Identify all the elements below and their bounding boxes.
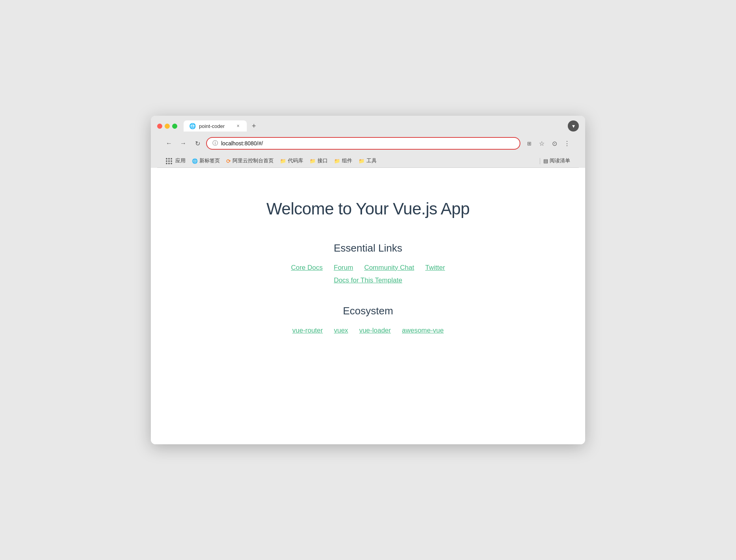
newtab-bookmark[interactable]: 🌐 新标签页: [190, 157, 222, 165]
bookmark-star-button[interactable]: ☆: [536, 138, 547, 149]
forward-icon: →: [180, 140, 186, 147]
apps-grid-icon: [166, 158, 172, 164]
info-icon: ⓘ: [212, 140, 218, 147]
apps-label: 应用: [175, 158, 186, 164]
vue-router-link[interactable]: vue-router: [292, 327, 323, 334]
more-menu-button[interactable]: ⋮: [561, 138, 573, 149]
title-bar: 🌐 point-coder × + ▾ ← → ↻ ⓘ: [151, 116, 585, 168]
ecosystem-section: Ecosystem vue-router vuex vue-loader awe…: [292, 305, 444, 339]
translate-icon: ⊞: [527, 141, 531, 147]
tools-bookmark[interactable]: 📁 工具: [356, 157, 379, 165]
folder-icon-tools: 📁: [359, 158, 365, 164]
ecosystem-title: Ecosystem: [292, 305, 444, 317]
awesome-vue-link[interactable]: awesome-vue: [402, 327, 444, 334]
component-label: 组件: [342, 158, 352, 164]
back-button[interactable]: ←: [163, 138, 175, 149]
minimize-button[interactable]: [165, 124, 170, 129]
api-label: 接口: [317, 158, 328, 164]
essential-links-title: Essential Links: [334, 242, 402, 254]
reading-list-icon: ▤: [543, 158, 548, 164]
apps-bookmark[interactable]: 应用: [163, 157, 188, 165]
url-text: localhost:8080/#/: [221, 140, 263, 147]
profile-icon: ⊙: [552, 140, 557, 147]
forum-link[interactable]: Forum: [334, 264, 353, 272]
translate-button[interactable]: ⊞: [524, 138, 535, 149]
community-chat-link[interactable]: Community Chat: [364, 264, 414, 272]
tools-label: 工具: [366, 158, 377, 164]
vuex-link[interactable]: vuex: [334, 327, 348, 334]
chevron-down-icon: ▾: [572, 123, 575, 129]
more-icon: ⋮: [564, 140, 570, 147]
globe-icon: 🌐: [192, 158, 198, 164]
tab-title: point-coder: [199, 123, 225, 129]
coderepo-bookmark[interactable]: 📁 代码库: [278, 157, 306, 165]
bookmarks-bar: 应用 🌐 新标签页 ⟳ 阿里云控制台首页 📁 代码库 📁 接口 📁 组件: [157, 155, 579, 168]
back-icon: ←: [166, 140, 172, 147]
refresh-button[interactable]: ↻: [192, 138, 203, 149]
aliyun-bookmark[interactable]: ⟳ 阿里云控制台首页: [224, 157, 276, 165]
reading-list-label: 阅读清单: [550, 158, 570, 164]
api-bookmark[interactable]: 📁 接口: [307, 157, 330, 165]
core-docs-link[interactable]: Core Docs: [291, 264, 323, 272]
refresh-icon: ↻: [195, 140, 200, 147]
newtab-label: 新标签页: [199, 158, 220, 164]
new-tab-button[interactable]: +: [248, 120, 259, 132]
aliyun-icon: ⟳: [226, 158, 231, 164]
essential-links-row2: Docs for This Template: [334, 276, 402, 284]
essential-links-row1: Core Docs Forum Community Chat Twitter: [291, 264, 445, 272]
forward-button[interactable]: →: [178, 138, 189, 149]
url-bar[interactable]: ⓘ localhost:8080/#/: [206, 137, 520, 150]
folder-icon-api: 📁: [310, 158, 316, 164]
reading-list-button[interactable]: ▤ 阅读清单: [536, 157, 573, 165]
ecosystem-links-row: vue-router vuex vue-loader awesome-vue: [292, 327, 444, 334]
page-main-title: Welcome to Your Vue.js App: [267, 199, 470, 218]
browser-menu-button[interactable]: ▾: [568, 120, 579, 132]
folder-icon-coderepo: 📁: [280, 158, 286, 164]
page-content: Welcome to Your Vue.js App Essential Lin…: [151, 168, 585, 444]
docs-template-link[interactable]: Docs for This Template: [334, 276, 402, 284]
star-icon: ☆: [539, 140, 544, 147]
tab-close-button[interactable]: ×: [235, 123, 241, 129]
twitter-link[interactable]: Twitter: [425, 264, 445, 272]
folder-icon-component: 📁: [334, 158, 340, 164]
component-bookmark[interactable]: 📁 组件: [332, 157, 355, 165]
vue-loader-link[interactable]: vue-loader: [359, 327, 391, 334]
coderepo-label: 代码库: [288, 158, 303, 164]
traffic-lights: [157, 124, 177, 129]
separator: [540, 158, 540, 164]
nav-actions: ⊞ ☆ ⊙ ⋮: [524, 138, 573, 149]
aliyun-label: 阿里云控制台首页: [233, 158, 274, 164]
close-button[interactable]: [157, 124, 162, 129]
tab-bar: 🌐 point-coder × +: [184, 120, 565, 132]
browser-window: 🌐 point-coder × + ▾ ← → ↻ ⓘ: [151, 116, 585, 444]
nav-bar: ← → ↻ ⓘ localhost:8080/#/ ⊞ ☆ ⊙: [157, 135, 579, 152]
active-tab[interactable]: 🌐 point-coder ×: [184, 120, 247, 132]
profile-button[interactable]: ⊙: [549, 138, 560, 149]
tab-globe-icon: 🌐: [189, 123, 196, 129]
maximize-button[interactable]: [172, 124, 177, 129]
